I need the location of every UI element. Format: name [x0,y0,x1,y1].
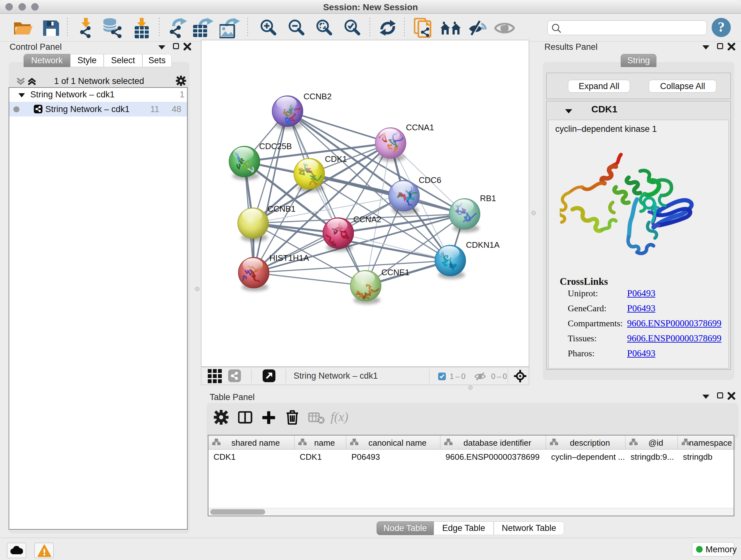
svg-text:CDC6: CDC6 [419,175,441,185]
svg-text:CDKN1A: CDKN1A [466,240,500,250]
svg-text:CCNE1: CCNE1 [381,267,409,277]
svg-text:RB1: RB1 [480,193,496,203]
svg-text:CDC25B: CDC25B [259,141,292,151]
svg-text:CCNB1: CCNB1 [267,204,295,213]
svg-text:CCNA2: CCNA2 [353,214,381,224]
svg-text:CCNA1: CCNA1 [406,123,434,132]
svg-text:CCNB2: CCNB2 [304,91,332,101]
svg-text:CDK1: CDK1 [325,154,347,164]
svg-text:HIST1H1A: HIST1H1A [269,253,309,263]
